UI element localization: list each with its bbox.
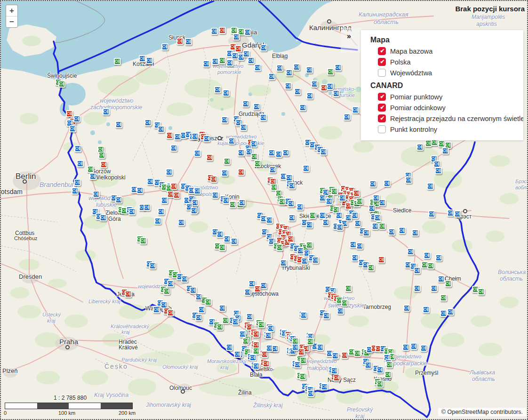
marker-pomiar-odcinkowy[interactable] <box>219 244 226 251</box>
marker-czerwone-swiatlo[interactable] <box>219 27 226 34</box>
marker-pomiar-punktowy[interactable] <box>242 100 249 107</box>
marker-pomiar-odcinkowy[interactable] <box>299 373 306 380</box>
marker-pomiar-punktowy[interactable] <box>167 280 174 287</box>
marker-pomiar-punktowy[interactable] <box>185 38 192 45</box>
marker-pomiar-punktowy[interactable] <box>153 306 160 313</box>
marker-pomiar-punktowy[interactable] <box>170 145 177 152</box>
marker-pomiar-punktowy[interactable] <box>224 235 231 242</box>
marker-pomiar-punktowy[interactable] <box>297 247 304 254</box>
marker-pomiar-punktowy[interactable] <box>293 64 300 71</box>
marker-pomiar-punktowy[interactable] <box>181 275 188 283</box>
marker-pomiar-odcinkowy[interactable] <box>445 280 452 287</box>
marker-pomiar-punktowy[interactable] <box>438 275 445 283</box>
marker-pomiar-punktowy[interactable] <box>327 83 334 90</box>
marker-pomiar-punktowy[interactable] <box>144 119 152 126</box>
marker-pomiar-punktowy[interactable] <box>161 43 168 50</box>
marker-pomiar-odcinkowy[interactable] <box>216 323 224 331</box>
marker-pomiar-odcinkowy[interactable] <box>140 237 147 244</box>
marker-czerwone-swiatlo[interactable] <box>254 285 261 292</box>
marker-pomiar-punktowy[interactable] <box>402 344 409 351</box>
marker-pomiar-punktowy[interactable] <box>244 289 251 296</box>
marker-pomiar-punktowy[interactable] <box>240 124 247 131</box>
marker-pomiar-punktowy[interactable] <box>399 227 406 234</box>
checkbox-pomiar-odcinkowy[interactable] <box>378 104 386 112</box>
marker-czerwone-swiatlo[interactable] <box>235 45 242 52</box>
marker-pomiar-punktowy[interactable] <box>248 57 255 64</box>
marker-pomiar-punktowy[interactable] <box>253 103 260 110</box>
marker-pomiar-punktowy[interactable] <box>161 197 168 204</box>
marker-pomiar-punktowy[interactable] <box>74 179 81 186</box>
marker-pomiar-punktowy[interactable] <box>403 305 410 312</box>
marker-pomiar-punktowy[interactable] <box>384 180 391 187</box>
marker-pomiar-punktowy[interactable] <box>266 345 273 352</box>
marker-pomiar-punktowy[interactable] <box>299 104 306 111</box>
checkbox-punkt-kontrolny[interactable] <box>378 125 386 133</box>
marker-pomiar-odcinkowy[interactable] <box>356 198 363 205</box>
marker-pomiar-punktowy[interactable] <box>232 318 239 325</box>
checkbox-pomiar-punktowy[interactable] <box>378 93 386 101</box>
marker-czerwone-swiatlo[interactable] <box>298 348 305 355</box>
marker-pomiar-punktowy[interactable] <box>74 145 81 152</box>
marker-pomiar-punktowy[interactable] <box>368 205 376 212</box>
marker-pomiar-punktowy[interactable] <box>234 351 241 358</box>
checkbox-rejestracja[interactable] <box>378 114 386 122</box>
marker-pomiar-punktowy[interactable] <box>221 170 228 177</box>
marker-pomiar-punktowy[interactable] <box>233 33 240 40</box>
marker-pomiar-punktowy[interactable] <box>223 89 230 97</box>
marker-czerwone-swiatlo[interactable] <box>253 331 260 338</box>
marker-pomiar-punktowy[interactable] <box>100 214 107 221</box>
marker-pomiar-odcinkowy[interactable] <box>114 58 121 65</box>
marker-pomiar-punktowy[interactable] <box>335 64 342 71</box>
marker-pomiar-punktowy[interactable] <box>216 231 224 238</box>
marker-pomiar-punktowy[interactable] <box>306 92 313 99</box>
marker-pomiar-punktowy[interactable] <box>339 194 346 202</box>
marker-pomiar-punktowy[interactable] <box>154 218 161 225</box>
checkbox-wojewodztwa[interactable] <box>378 69 386 77</box>
marker-pomiar-odcinkowy[interactable] <box>58 81 65 88</box>
marker-pomiar-punktowy[interactable] <box>369 180 376 187</box>
marker-pomiar-punktowy[interactable] <box>352 106 359 113</box>
marker-pomiar-punktowy[interactable] <box>226 344 233 351</box>
marker-pomiar-odcinkowy[interactable] <box>368 264 375 271</box>
marker-pomiar-punktowy[interactable] <box>414 285 421 292</box>
marker-pomiar-odcinkowy[interactable] <box>307 338 314 345</box>
legend-item-pomiar-odcinkowy[interactable]: Pomiar odcinkowy <box>378 104 519 112</box>
marker-pomiar-punktowy[interactable] <box>136 187 144 194</box>
marker-czerwone-swiatlo[interactable] <box>166 132 173 139</box>
marker-pomiar-punktowy[interactable] <box>93 191 100 198</box>
marker-pomiar-punktowy[interactable] <box>211 28 218 35</box>
marker-pomiar-punktowy[interactable] <box>223 197 230 204</box>
marker-pomiar-punktowy[interactable] <box>336 224 344 231</box>
marker-pomiar-punktowy[interactable] <box>139 55 146 62</box>
marker-pomiar-punktowy[interactable] <box>244 29 251 36</box>
marker-pomiar-punktowy[interactable] <box>214 86 221 93</box>
marker-pomiar-punktowy[interactable] <box>414 267 421 274</box>
map-canvas[interactable]: ŚwinoujścieKoszalinSłupskGdyniaGdańskElb… <box>0 0 528 420</box>
marker-pomiar-punktowy[interactable] <box>323 312 330 319</box>
marker-pomiar-odcinkowy[interactable] <box>205 299 212 306</box>
marker-pomiar-punktowy[interactable] <box>454 210 461 218</box>
marker-pomiar-punktowy[interactable] <box>260 44 267 51</box>
marker-czerwone-swiatlo[interactable] <box>66 110 73 117</box>
marker-pomiar-punktowy[interactable] <box>321 383 328 390</box>
marker-czerwone-swiatlo[interactable] <box>333 374 340 381</box>
marker-pomiar-punktowy[interactable] <box>336 212 343 219</box>
marker-pomiar-odcinkowy[interactable] <box>306 242 313 249</box>
marker-pomiar-punktowy[interactable] <box>190 287 197 294</box>
marker-pomiar-punktowy[interactable] <box>326 198 333 205</box>
marker-czerwone-swiatlo[interactable] <box>206 154 213 161</box>
marker-pomiar-odcinkowy[interactable] <box>251 153 258 160</box>
marker-pomiar-punktowy[interactable] <box>147 178 154 185</box>
marker-pomiar-punktowy[interactable] <box>312 257 319 264</box>
marker-pomiar-punktowy[interactable] <box>447 210 454 217</box>
marker-czerwone-swiatlo[interactable] <box>173 192 180 199</box>
marker-pomiar-punktowy[interactable] <box>246 313 253 320</box>
marker-pomiar-punktowy[interactable] <box>231 238 238 245</box>
marker-pomiar-odcinkowy[interactable] <box>276 244 283 251</box>
marker-pomiar-punktowy[interactable] <box>149 262 156 269</box>
marker-pomiar-punktowy[interactable] <box>249 354 256 361</box>
marker-pomiar-punktowy[interactable] <box>372 223 379 230</box>
marker-czerwone-swiatlo[interactable] <box>210 176 217 183</box>
marker-pomiar-punktowy[interactable] <box>294 361 301 368</box>
marker-pomiar-punktowy[interactable] <box>269 166 276 173</box>
